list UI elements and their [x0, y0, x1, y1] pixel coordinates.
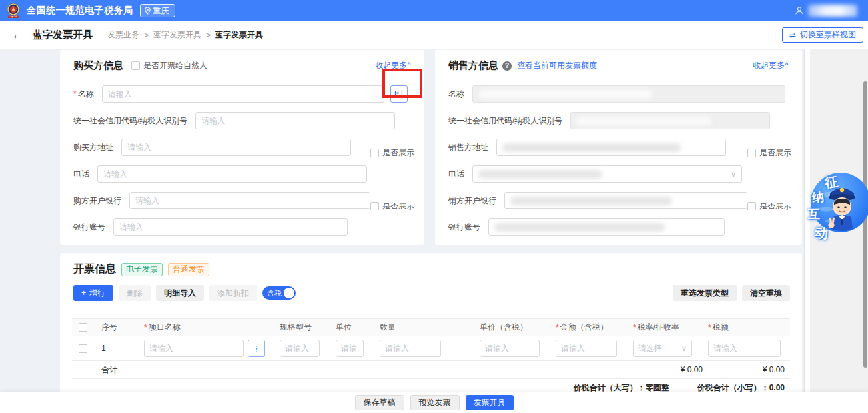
breadcrumb-item[interactable]: 发票业务: [107, 29, 139, 41]
seller-taxid-label: 统一社会信用代码/纳税人识别号: [448, 115, 562, 127]
col-seq: 序号: [95, 322, 137, 333]
buyer-name-input[interactable]: [102, 85, 384, 103]
breadcrumb-item[interactable]: 蓝字发票开具: [153, 29, 201, 41]
help-icon[interactable]: ?: [502, 61, 512, 71]
buyer-taxid-label: 统一社会信用代码/纳税人识别号: [73, 115, 187, 127]
seller-address-input[interactable]: [496, 139, 726, 156]
toggle-knob: [284, 288, 294, 298]
col-unit-price: 单价（含税）: [473, 322, 549, 333]
seller-bank-input[interactable]: [504, 192, 747, 209]
tag-electronic-invoice: 电子发票: [121, 263, 163, 276]
issue-invoice-button[interactable]: 发票开具: [466, 395, 514, 410]
unit-input[interactable]: [336, 340, 364, 357]
user-icon[interactable]: [795, 6, 804, 15]
unit-price-input[interactable]: [480, 340, 540, 357]
natural-person-label: 是否开票给自然人: [143, 60, 207, 71]
location-label: 重庆: [153, 5, 169, 17]
mascot-char: 纳: [811, 189, 825, 206]
select-all-checkbox[interactable]: [79, 323, 87, 332]
tax-emblem-logo: 中国税务: [5, 3, 21, 19]
seller-name-label: 名称: [448, 89, 464, 100]
seller-show-bank-label: 是否展示: [759, 201, 791, 212]
delete-row-button[interactable]: 删除: [119, 285, 151, 301]
buyer-section-title: 购买方信息: [73, 59, 123, 72]
buyer-account-input[interactable]: [113, 218, 348, 236]
buyer-phone-label: 电话: [73, 169, 89, 180]
seller-phone-select[interactable]: ∨: [472, 165, 742, 183]
chevron-down-icon: ∨: [681, 344, 687, 353]
tax-rate-select[interactable]: 请选择 ∨: [633, 340, 692, 357]
switch-view-label: 切换至票样视图: [800, 29, 856, 41]
interaction-assistant-widget[interactable]: 征 纳 互 动: [803, 168, 868, 258]
amount-input[interactable]: [556, 340, 617, 357]
col-item-name: *项目名称: [137, 322, 273, 333]
col-tax-rate: *税率/征收率: [626, 322, 701, 333]
switch-icon: ⇌: [789, 31, 796, 40]
page: 中国税务 全国统一规范电子税务局 重庆 ← 蓝字发票开具 发票业务 > 蓝字发票…: [0, 0, 868, 413]
footer-action-bar: 保存草稿 预览发票 发票开具: [0, 392, 868, 413]
invoice-items-table: 序号 *项目名称 规格型号 单位 数量 单价（含税） *金额（含税） *税率/征…: [72, 318, 790, 379]
seller-taxid-input: [570, 112, 770, 129]
spec-input[interactable]: [280, 340, 320, 357]
table-row: 1 ⋮ 请选择 ∨: [72, 336, 790, 361]
svg-text:中国税务: 中国税务: [9, 15, 17, 18]
reselect-invoice-type-button[interactable]: 重选发票类型: [673, 285, 737, 301]
required-mark: *: [73, 89, 77, 99]
add-discount-button[interactable]: 添加折扣: [209, 285, 257, 301]
seller-bank-label: 销方开户银行: [448, 195, 496, 206]
buyer-show-bank-label: 是否展示: [382, 201, 414, 212]
tax-included-toggle[interactable]: 含税: [262, 286, 296, 300]
breadcrumb-separator: >: [206, 31, 211, 40]
buyer-address-label: 购买方地址: [73, 142, 113, 153]
qty-input[interactable]: [380, 340, 441, 357]
invoice-section-title: 开票信息: [73, 262, 116, 276]
seller-collapse-link[interactable]: 收起更多^: [753, 60, 789, 71]
row-checkbox[interactable]: [79, 344, 87, 353]
clear-refill-button[interactable]: 清空重填: [742, 285, 790, 301]
user-name-redacted[interactable]: [808, 5, 857, 17]
seller-show-address-checkbox[interactable]: [747, 149, 756, 157]
buyer-name-picker-button[interactable]: [390, 85, 408, 103]
preview-invoice-button[interactable]: 预览发票: [410, 395, 460, 410]
buyer-phone-input[interactable]: [97, 165, 367, 183]
title-bar: ← 蓝字发票开具 发票业务 > 蓝字发票开具 > 蓝字发票开具 ⇌ 切换至票样视…: [0, 21, 868, 49]
detail-import-button[interactable]: 明细导入: [156, 285, 204, 301]
buyer-address-input[interactable]: [121, 139, 351, 156]
natural-person-checkbox[interactable]: [131, 61, 140, 70]
buyer-collapse-link[interactable]: 收起更多^: [375, 60, 411, 71]
col-qty: 数量: [373, 322, 473, 333]
location-badge[interactable]: 重庆: [140, 4, 175, 17]
seller-account-label: 银行账号: [448, 222, 480, 233]
buyer-bank-input[interactable]: [129, 192, 370, 209]
buyer-show-address-checkbox[interactable]: [370, 149, 379, 157]
plus-icon: +: [81, 288, 86, 298]
breadcrumb-separator: >: [144, 31, 149, 40]
buyer-taxid-input[interactable]: [195, 112, 395, 129]
row-seq: 1: [95, 344, 137, 353]
tag-ordinary-invoice: 普通发票: [168, 263, 209, 276]
seller-show-bank-checkbox[interactable]: [747, 202, 756, 210]
col-unit: 单位: [329, 322, 373, 333]
back-icon[interactable]: ←: [12, 29, 23, 42]
seller-address-label: 销售方地址: [448, 142, 488, 153]
total-amount: ¥ 0.00: [681, 365, 703, 374]
buyer-show-address-label: 是否展示: [382, 147, 414, 159]
buyer-name-label: 名称: [78, 89, 94, 100]
switch-view-button[interactable]: ⇌ 切换至票样视图: [782, 27, 863, 43]
item-name-input[interactable]: [144, 340, 244, 357]
quota-link[interactable]: 查看当前可用发票额度: [517, 60, 597, 71]
chevron-down-icon: ∨: [731, 170, 736, 179]
buyer-show-bank-checkbox[interactable]: [370, 202, 379, 210]
buyer-account-label: 银行账号: [73, 222, 105, 233]
add-row-button[interactable]: + 增行: [73, 285, 113, 301]
seller-show-address-label: 是否展示: [759, 147, 791, 159]
item-name-more-button[interactable]: ⋮: [248, 340, 265, 357]
breadcrumb-current: 蓝字发票开具: [215, 29, 263, 41]
app-header: 中国税务 全国统一规范电子税务局 重庆: [0, 0, 868, 21]
buyer-bank-label: 购方开户银行: [73, 195, 121, 206]
totals-label: 合计: [101, 364, 117, 376]
tax-input[interactable]: [708, 340, 781, 357]
seller-account-input[interactable]: [488, 218, 725, 236]
save-draft-button[interactable]: 保存草稿: [355, 395, 404, 410]
table-header-row: 序号 *项目名称 规格型号 单位 数量 单价（含税） *金额（含税） *税率/征…: [72, 318, 790, 336]
